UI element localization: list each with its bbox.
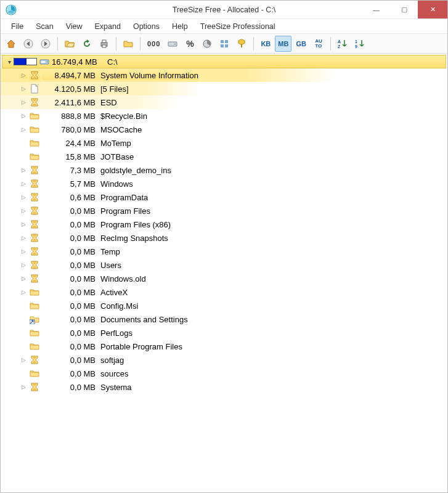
expand-icon[interactable]: ▷ xyxy=(19,126,28,132)
expand-icon[interactable]: ▷ xyxy=(19,167,28,173)
expand-icon[interactable]: ▷ xyxy=(19,181,28,187)
expand-icon[interactable]: ▷ xyxy=(19,262,28,268)
drive-icon xyxy=(39,57,49,67)
tree-root-row[interactable]: ▾ 16.749,4 MB C:\ xyxy=(2,55,446,68)
auto-unit-button[interactable]: AU TO xyxy=(311,36,327,52)
tree-row[interactable]: ▷0,0 MBRecImg Snapshots xyxy=(1,231,447,245)
expand-icon[interactable]: ▷ xyxy=(19,208,28,214)
minimize-button[interactable]: — xyxy=(362,1,390,18)
folder-icon xyxy=(29,124,40,135)
refresh-button[interactable] xyxy=(79,36,95,52)
tree-row[interactable]: ▷0,0 MBProgram Files (x86) xyxy=(1,218,447,231)
tree-row[interactable]: 0,0 MBDocuments and Settings xyxy=(1,312,447,326)
tree-row[interactable]: ▷0,0 MBActiveX xyxy=(1,285,447,299)
chart-button[interactable] xyxy=(199,36,215,52)
tree-row[interactable]: ▷0,0 MBTemp xyxy=(1,245,447,258)
tree-row[interactable]: ▷0,6 MBProgramData xyxy=(1,190,447,204)
item-name: softjag xyxy=(100,356,124,365)
menu-expand[interactable]: Expand xyxy=(89,20,126,33)
item-size: 7,3 MB xyxy=(43,166,100,175)
disk-button[interactable] xyxy=(165,36,181,52)
svg-point-20 xyxy=(47,62,48,63)
home-button[interactable] xyxy=(3,36,19,52)
expand-icon[interactable]: ▷ xyxy=(19,275,28,282)
tree-row[interactable]: ▷0,0 MBSystema xyxy=(1,380,447,394)
tree-row[interactable]: 0,0 MBsources xyxy=(1,367,447,380)
item-name: MoTemp xyxy=(100,139,131,148)
count-mode-button[interactable]: 000 xyxy=(144,36,163,52)
tree-row[interactable]: ▷0,0 MBsoftjag xyxy=(1,353,447,367)
tree-row[interactable]: ▷8.494,7 MBSystem Volume Information xyxy=(1,68,447,82)
expand-icon[interactable]: ▷ xyxy=(19,235,28,241)
item-name: [5 Files] xyxy=(100,84,129,94)
folder-icon xyxy=(29,300,40,311)
item-name: Documents and Settings xyxy=(100,315,188,324)
maximize-button[interactable]: ▢ xyxy=(390,1,418,18)
tree-row[interactable]: ▷7,3 MBgoldstyle_demo_ins xyxy=(1,163,447,177)
tree-row[interactable]: ▷0,0 MBWindows.old xyxy=(1,272,447,285)
folder-icon xyxy=(29,110,40,121)
expand-icon[interactable]: ▷ xyxy=(19,289,28,295)
svg-text:Z: Z xyxy=(338,44,341,49)
item-name: ESD xyxy=(100,98,117,107)
tree-row[interactable]: ▷0,0 MBUsers xyxy=(1,258,447,272)
percent-mode-button[interactable]: % xyxy=(182,36,198,52)
tree-row[interactable]: 15,8 MBJOTBase xyxy=(1,150,447,163)
expand-icon[interactable]: ▷ xyxy=(19,221,28,227)
kb-unit-button[interactable]: KB xyxy=(258,36,274,52)
expand-icon[interactable]: ▷ xyxy=(19,357,28,363)
tree-row[interactable]: ▷780,0 MBMSOCache xyxy=(1,123,447,136)
tree-view[interactable]: ▾ 16.749,4 MB C:\ ▷8.494,7 MBSystem Volu… xyxy=(1,54,447,492)
forward-button[interactable] xyxy=(38,36,54,52)
item-size: 0,0 MB xyxy=(43,356,100,365)
tree-row[interactable]: ▷4.120,5 MB[5 Files] xyxy=(1,82,447,96)
tree-row[interactable]: 24,4 MBMoTemp xyxy=(1,136,447,150)
menu-view[interactable]: View xyxy=(60,20,88,33)
collapse-icon[interactable]: ▾ xyxy=(5,59,14,65)
menu-options[interactable]: Options xyxy=(128,20,165,33)
tree-row[interactable]: 0,0 MBConfig.Msi xyxy=(1,299,447,312)
expand-icon[interactable]: ▷ xyxy=(19,99,28,105)
close-button[interactable]: ✕ xyxy=(418,1,447,18)
open-folder-button[interactable] xyxy=(62,36,78,52)
gb-unit-button[interactable]: GB xyxy=(293,36,309,52)
tree-row[interactable]: 0,0 MBPortable Program Files xyxy=(1,340,447,353)
back-button[interactable] xyxy=(20,36,36,52)
mb-unit-button[interactable]: MB xyxy=(275,36,291,52)
hourglass-icon xyxy=(29,273,40,284)
sort-numeric-button[interactable]: 19 xyxy=(352,36,368,52)
item-size: 0,0 MB xyxy=(43,234,100,243)
svg-rect-13 xyxy=(241,44,242,47)
item-size: 4.120,5 MB xyxy=(43,84,100,94)
tree-row[interactable]: ▷5,7 MBWindows xyxy=(1,177,447,190)
filter-button[interactable] xyxy=(234,36,250,52)
menu-help[interactable]: Help xyxy=(166,20,193,33)
tree-row[interactable]: 0,0 MBPerfLogs xyxy=(1,326,447,340)
menu-scan[interactable]: Scan xyxy=(30,20,59,33)
svg-text:9: 9 xyxy=(355,44,357,49)
explorer-button[interactable] xyxy=(120,36,136,52)
tree-row[interactable]: ▷888,8 MB$Recycle.Bin xyxy=(1,109,447,123)
expand-icon[interactable]: ▷ xyxy=(19,248,28,255)
expand-icon[interactable]: ▷ xyxy=(19,72,28,78)
svg-rect-9 xyxy=(221,40,224,43)
svg-rect-4 xyxy=(102,40,106,43)
toolbar-separator xyxy=(253,37,254,51)
root-path: C:\ xyxy=(107,57,118,67)
expand-icon[interactable]: ▷ xyxy=(19,194,28,200)
item-size: 0,0 MB xyxy=(43,206,100,216)
sort-alpha-button[interactable]: AZ xyxy=(335,36,351,52)
details-button[interactable] xyxy=(216,36,232,52)
expand-icon[interactable]: ▷ xyxy=(19,384,28,390)
tree-row[interactable]: ▷0,0 MBProgram Files xyxy=(1,204,447,218)
expand-icon[interactable]: ▷ xyxy=(19,86,28,92)
hourglass-icon xyxy=(29,381,40,393)
tree-row[interactable]: ▷2.411,6 MBESD xyxy=(1,96,447,109)
expand-icon[interactable]: ▷ xyxy=(19,113,28,119)
item-size: 8.494,7 MB xyxy=(43,71,100,80)
print-button[interactable] xyxy=(96,36,112,52)
menu-file[interactable]: File xyxy=(6,20,29,33)
menu-treesize-professional[interactable]: TreeSize Professional xyxy=(195,20,281,33)
svg-rect-11 xyxy=(221,44,224,47)
item-name: Program Files xyxy=(100,206,150,216)
